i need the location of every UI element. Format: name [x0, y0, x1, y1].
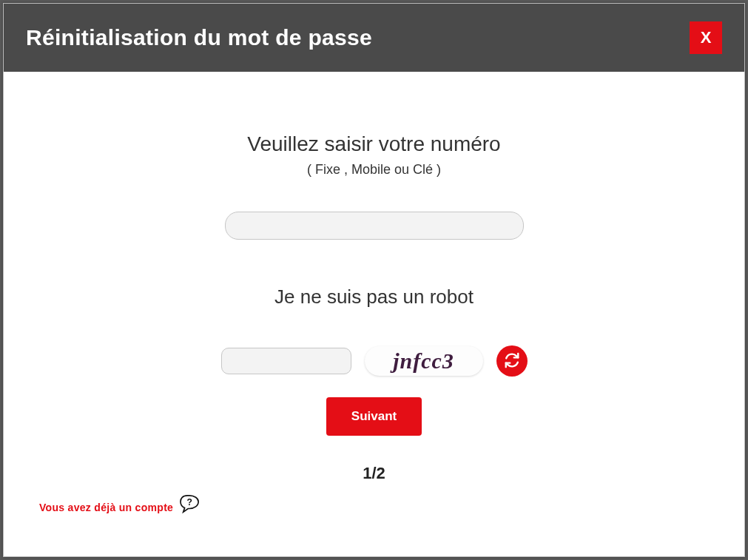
prompt-title: Veuillez saisir votre numéro	[52, 132, 696, 156]
next-button[interactable]: Suivant	[326, 397, 422, 436]
phone-number-input[interactable]	[225, 212, 524, 240]
captcha-input[interactable]	[221, 348, 351, 374]
step-indicator: 1/2	[52, 464, 696, 483]
modal-header: Réinitialisation du mot de passe X	[4, 4, 744, 72]
close-button[interactable]: X	[690, 21, 722, 54]
modal-title: Réinitialisation du mot de passe	[26, 25, 372, 50]
modal-body: Veuillez saisir votre numéro ( Fixe , Mo…	[4, 72, 744, 556]
password-reset-modal: Réinitialisation du mot de passe X Veuil…	[3, 3, 745, 557]
captcha-title: Je ne suis pas un robot	[52, 286, 696, 308]
captcha-image: jnfcc3	[365, 346, 483, 376]
number-field-wrap	[52, 212, 696, 240]
prompt-subtitle: ( Fixe , Mobile ou Clé )	[52, 162, 696, 178]
captcha-row: jnfcc3	[52, 345, 696, 377]
existing-account-link[interactable]: Vous avez déjà un compte	[39, 502, 173, 513]
refresh-icon	[504, 352, 520, 371]
close-icon: X	[701, 28, 712, 47]
existing-account-row: Vous avez déjà un compte ?	[39, 494, 201, 521]
help-icon[interactable]: ?	[179, 494, 201, 513]
next-button-wrap: Suivant	[52, 397, 696, 436]
form-card: Veuillez saisir votre numéro ( Fixe , Mo…	[26, 107, 722, 534]
svg-text:?: ?	[187, 497, 192, 507]
captcha-refresh-button[interactable]	[496, 345, 528, 377]
